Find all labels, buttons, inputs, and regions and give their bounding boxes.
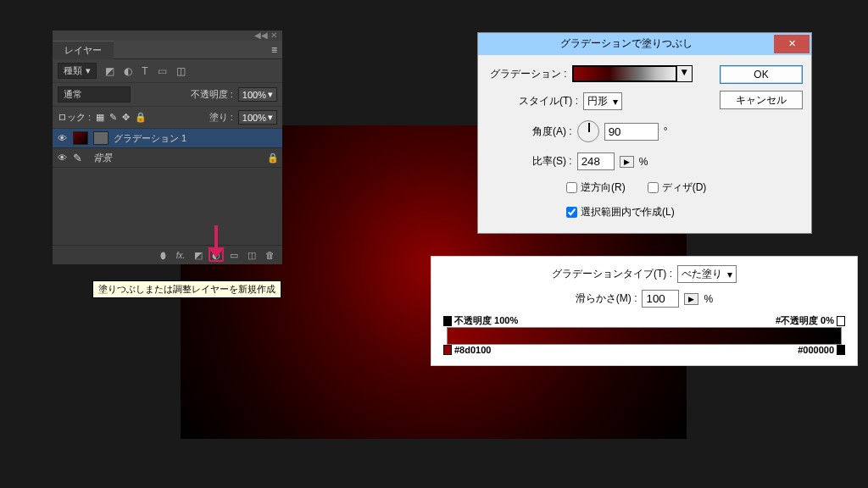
gradient-type-label: グラデーションタイプ(T) :	[552, 267, 672, 281]
lock-position-icon[interactable]: ✥	[122, 112, 130, 123]
visibility-icon[interactable]: 👁	[56, 152, 68, 163]
angle-input[interactable]	[604, 123, 659, 141]
link-layers-icon[interactable]: ⬮	[155, 248, 170, 262]
gradient-ramp[interactable]	[447, 327, 842, 345]
panel-collapse-handle[interactable]: ◀◀ ✕	[53, 30, 282, 41]
layers-panel: ◀◀ ✕ レイヤー ≡ 種類 ▾ ◩ ◐ T ▭ ◫ 通常 不透明度 : 100…	[53, 30, 282, 264]
gradient-type-select[interactable]: べた塗り▾	[677, 265, 737, 283]
fill-label: 塗り :	[209, 111, 233, 124]
lock-transparent-icon[interactable]: ▦	[96, 112, 104, 123]
scale-unit: %	[639, 156, 648, 168]
cancel-button[interactable]: キャンセル	[720, 91, 803, 109]
layer-name: グラデーション 1	[114, 132, 186, 145]
opacity-stop-left[interactable]	[443, 316, 452, 326]
layer-name: 背景	[93, 152, 112, 164]
lock-label: ロック :	[58, 111, 91, 124]
smoothness-label: 滑らかさ(M) :	[576, 291, 637, 306]
ok-button[interactable]: OK	[720, 65, 803, 84]
scale-stepper[interactable]: ▶	[620, 156, 634, 168]
style-label: スタイル(T) :	[519, 94, 578, 108]
color-stop-left[interactable]	[443, 345, 452, 355]
opacity-value[interactable]: 100% ▾	[238, 87, 277, 102]
filter-type-icon[interactable]: T	[138, 65, 151, 77]
new-layer-icon[interactable]: ◫	[244, 248, 259, 262]
filter-shape-icon[interactable]: ▭	[154, 65, 170, 77]
layer-mask-icon[interactable]: ◩	[191, 248, 206, 262]
layer-list: 👁 グラデーション 1 👁 ✎ 背景 🔒	[53, 129, 282, 246]
smoothness-input[interactable]	[642, 290, 679, 308]
tooltip: 塗りつぶしまたは調整レイヤーを新規作成	[92, 280, 281, 298]
filter-adjust-icon[interactable]: ◐	[120, 65, 136, 77]
layer-style-icon[interactable]: fx.	[173, 248, 188, 262]
reverse-checkbox[interactable]: 逆方向(R)	[566, 180, 626, 195]
layer-item-background[interactable]: 👁 ✎ 背景 🔒	[53, 148, 282, 168]
angle-label: 角度(A) :	[532, 125, 572, 139]
gradient-label: グラデーション :	[490, 67, 567, 81]
color-stop-right[interactable]	[837, 345, 845, 355]
layers-footer: ⬮ fx. ◩ ◐ ▭ ◫ 🗑	[53, 246, 282, 264]
filter-kind-select[interactable]: 種類 ▾	[58, 63, 97, 79]
gradient-editor: グラデーションタイプ(T) : べた塗り▾ 滑らかさ(M) : ▶ % 不透明度…	[431, 256, 858, 366]
filter-smart-icon[interactable]: ◫	[173, 65, 189, 77]
lock-all-icon[interactable]: 🔒	[135, 112, 147, 123]
align-checkbox[interactable]: 選択範囲内で作成(L)	[566, 205, 675, 219]
scale-input[interactable]	[577, 152, 615, 170]
delete-layer-icon[interactable]: 🗑	[262, 248, 277, 262]
lock-paint-icon[interactable]: ✎	[109, 112, 117, 123]
style-select[interactable]: 円形▾	[583, 92, 622, 110]
annotation-arrow	[208, 225, 225, 263]
opacity-stop-right[interactable]	[837, 316, 845, 326]
brush-icon: ✎	[73, 152, 88, 164]
layer-mask-thumb	[93, 131, 108, 145]
smoothness-stepper[interactable]: ▶	[684, 293, 698, 305]
layer-thumb	[73, 131, 88, 145]
layers-tab[interactable]: レイヤー	[53, 41, 114, 59]
scale-label: 比率(S) :	[532, 154, 572, 169]
panel-menu-icon[interactable]: ≡	[271, 44, 277, 56]
new-group-icon[interactable]: ▭	[226, 248, 242, 262]
gradient-fill-dialog: グラデーションで塗りつぶし ✕ OK キャンセル グラデーション : ▼ スタイ…	[477, 32, 812, 234]
angle-dial[interactable]	[577, 120, 599, 142]
layer-item-gradient[interactable]: 👁 グラデーション 1	[53, 129, 282, 148]
blend-mode-select[interactable]: 通常	[58, 86, 131, 103]
lock-icon: 🔒	[267, 152, 279, 164]
close-icon[interactable]: ✕	[774, 35, 810, 53]
dither-checkbox[interactable]: ディザ(D)	[648, 180, 707, 195]
filter-pixel-icon[interactable]: ◩	[102, 65, 118, 77]
visibility-icon[interactable]: 👁	[56, 133, 68, 143]
gradient-picker-dropdown[interactable]: ▼	[676, 66, 692, 81]
dialog-title: グラデーションで塗りつぶし	[478, 36, 774, 51]
opacity-label: 不透明度 :	[191, 88, 233, 101]
fill-value[interactable]: 100% ▾	[238, 110, 277, 125]
layer-filter-icons[interactable]: ◩ ◐ T ▭ ◫	[102, 65, 189, 77]
angle-unit: °	[664, 125, 668, 137]
gradient-preview[interactable]	[573, 66, 676, 81]
